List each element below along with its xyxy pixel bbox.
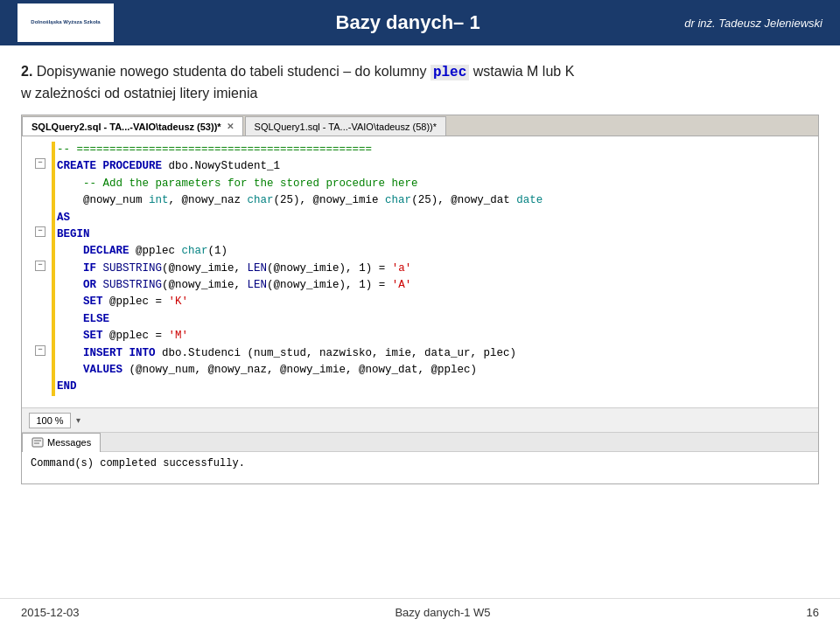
zoom-input[interactable] <box>29 413 71 428</box>
code-line-1: -- =====================================… <box>31 142 809 158</box>
sql-editor-wrapper: SQLQuery2.sql - TA...-VAIO\tadeusz (53))… <box>21 115 819 484</box>
line-content-11: ELSE <box>57 311 809 328</box>
section-text2: wstawia M lub K <box>473 64 575 79</box>
footer: 2015-12-03 Bazy danych-1 W5 16 <box>0 598 840 626</box>
yellow-bar-1 <box>52 142 55 158</box>
messages-tab[interactable]: Messages <box>22 433 101 452</box>
line-content-4: @nowy_num int, @nowy_naz char(25), @nowy… <box>57 192 809 209</box>
messages-panel: Messages Command(s) completed successful… <box>22 432 818 483</box>
tab-sqlquery1[interactable]: SQLQuery1.sql - TA...-VAIO\tadeusz (58))… <box>245 116 446 136</box>
code-line-3: -- Add the parameters for the stored pro… <box>31 176 809 192</box>
code-line-10: SET @pplec = 'K' <box>31 294 809 310</box>
gutter-8: − <box>31 261 50 271</box>
svg-rect-0 <box>32 438 43 447</box>
gutter-2: − <box>31 158 50 169</box>
code-line-14: VALUES (@nowy_num, @nowy_naz, @nowy_imie… <box>31 362 809 379</box>
gutter-6: − <box>31 226 50 237</box>
gutter-13: − <box>31 345 50 356</box>
line-content-14: VALUES (@nowy_num, @nowy_naz, @nowy_imie… <box>57 362 809 379</box>
code-line-13: − INSERT INTO dbo.Studenci (num_stud, na… <box>31 345 809 362</box>
logo-text: Dolnośląska Wyższa Szkoła <box>31 19 100 25</box>
zoom-arrow[interactable]: ▾ <box>76 415 80 425</box>
messages-icon <box>32 436 44 449</box>
collapse-8[interactable]: − <box>35 261 46 271</box>
yellow-bar-3 <box>52 176 55 192</box>
editor-tab-bar: SQLQuery2.sql - TA...-VAIO\tadeusz (53))… <box>22 115 818 136</box>
code-line-5: AS <box>31 210 809 226</box>
code-line-4: @nowy_num int, @nowy_naz char(25), @nowy… <box>31 192 809 209</box>
tab-close-0[interactable]: ✕ <box>227 122 234 131</box>
yellow-bar-5 <box>52 210 55 226</box>
yellow-bar-9 <box>52 277 55 294</box>
code-line-6: − BEGIN <box>31 226 809 243</box>
tab-label-1: SQLQuery1.sql - TA...-VAIO\tadeusz (58))… <box>255 122 437 132</box>
line-content-10: SET @pplec = 'K' <box>57 294 809 310</box>
line-content-3: -- Add the parameters for the stored pro… <box>57 176 809 192</box>
messages-content: Command(s) completed successfully. <box>22 452 818 483</box>
line-content-5: AS <box>57 210 809 226</box>
yellow-bar-7 <box>52 243 55 260</box>
yellow-bar-11 <box>52 311 55 328</box>
yellow-bar-12 <box>52 328 55 344</box>
footer-center: Bazy danych-1 W5 <box>80 606 807 619</box>
collapse-2[interactable]: − <box>35 158 46 169</box>
yellow-bar-14 <box>52 362 55 379</box>
line-content-7: DECLARE @pplec char(1) <box>57 243 809 260</box>
header: Dolnośląska Wyższa Szkoła Bazy danych– 1… <box>0 0 840 45</box>
line-content-8: IF SUBSTRING(@nowy_imie, LEN(@nowy_imie)… <box>57 261 809 277</box>
messages-tab-bar: Messages <box>22 433 818 452</box>
keyword-plec: plec <box>430 65 469 80</box>
tab-label-0: SQLQuery2.sql - TA...-VAIO\tadeusz (53))… <box>32 122 221 132</box>
collapse-6[interactable]: − <box>35 226 46 237</box>
code-line-12: SET @pplec = 'M' <box>31 328 809 344</box>
line-content-15: END <box>57 379 809 395</box>
line-content-9: OR SUBSTRING(@nowy_imie, LEN(@nowy_imie)… <box>57 277 809 294</box>
line-content-1: -- =====================================… <box>57 142 809 158</box>
messages-text: Command(s) completed successfully. <box>31 457 245 470</box>
tab-sqlquery2[interactable]: SQLQuery2.sql - TA...-VAIO\tadeusz (53))… <box>22 116 243 136</box>
line-content-2: CREATE PROCEDURE dbo.NowyStudent_1 <box>57 158 809 175</box>
yellow-bar-13 <box>52 345 55 362</box>
code-line-2: − CREATE PROCEDURE dbo.NowyStudent_1 <box>31 158 809 175</box>
yellow-bar-15 <box>52 379 55 395</box>
code-line-15: END <box>31 379 809 395</box>
school-logo: Dolnośląska Wyższa Szkoła <box>18 3 114 42</box>
editor-status-bar: ▾ <box>22 407 818 432</box>
yellow-bar-8 <box>52 261 55 277</box>
section-text3: w zależności od ostatniej litery imienia <box>21 86 257 101</box>
line-content-13: INSERT INTO dbo.Studenci (num_stud, nazw… <box>57 345 809 362</box>
line-content-6: BEGIN <box>57 226 809 243</box>
instructor-name: dr inż. Tadeusz Jeleniewski <box>684 17 822 30</box>
collapse-13[interactable]: − <box>35 345 46 356</box>
code-editor[interactable]: -- =====================================… <box>22 136 818 407</box>
page-title: Bazy danych– 1 <box>131 11 684 34</box>
code-line-7: DECLARE @pplec char(1) <box>31 243 809 260</box>
code-line-11: ELSE <box>31 311 809 328</box>
yellow-bar-6 <box>52 226 55 243</box>
code-line-8: − IF SUBSTRING(@nowy_imie, LEN(@nowy_imi… <box>31 261 809 277</box>
main-content: 2. Dopisywanie nowego studenta do tabeli… <box>0 45 840 493</box>
yellow-bar-10 <box>52 294 55 310</box>
section-title: 2. Dopisywanie nowego studenta do tabeli… <box>21 61 819 104</box>
line-content-12: SET @pplec = 'M' <box>57 328 809 344</box>
section-number: 2. <box>21 64 32 79</box>
footer-page: 16 <box>807 606 819 619</box>
messages-tab-label: Messages <box>47 437 91 448</box>
yellow-bar-2 <box>52 158 55 175</box>
code-line-9: OR SUBSTRING(@nowy_imie, LEN(@nowy_imie)… <box>31 277 809 294</box>
section-text1: Dopisywanie nowego studenta do tabeli st… <box>37 64 427 79</box>
footer-date: 2015-12-03 <box>21 606 80 619</box>
yellow-bar-4 <box>52 192 55 209</box>
